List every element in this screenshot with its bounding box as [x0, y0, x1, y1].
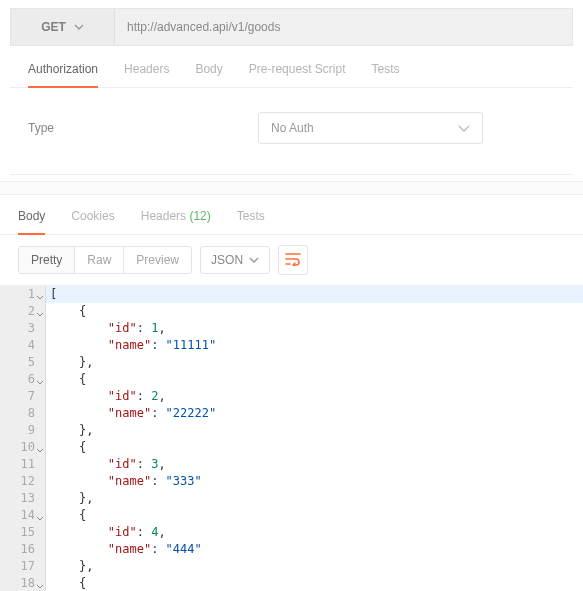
chevron-down-icon — [458, 125, 470, 132]
code-line[interactable]: 9 }, — [0, 422, 583, 439]
code-line[interactable]: 14 { — [0, 507, 583, 524]
view-pretty-button[interactable]: Pretty — [19, 247, 75, 273]
line-number: 14 — [0, 507, 46, 524]
tab-response-tests[interactable]: Tests — [237, 209, 265, 234]
view-mode-group: Pretty Raw Preview — [18, 246, 192, 274]
line-number: 2 — [0, 303, 46, 320]
code-line[interactable]: 1[ — [0, 286, 583, 303]
chevron-down-icon — [249, 257, 259, 263]
line-number: 9 — [0, 422, 46, 439]
response-toolbar: Pretty Raw Preview JSON — [0, 235, 583, 285]
code-line[interactable]: 17 }, — [0, 558, 583, 575]
chevron-down-icon — [74, 24, 84, 30]
line-content: "id": 2, — [46, 388, 166, 405]
request-url-input[interactable] — [115, 9, 572, 45]
tab-headers[interactable]: Headers — [124, 62, 169, 87]
view-raw-button[interactable]: Raw — [75, 247, 124, 273]
code-line[interactable]: 3 "id": 1, — [0, 320, 583, 337]
code-line[interactable]: 18 { — [0, 575, 583, 591]
tab-pre-request-script[interactable]: Pre-request Script — [249, 62, 346, 87]
request-bar: GET — [10, 8, 573, 46]
line-content: }, — [46, 354, 93, 371]
line-content: "name": "444" — [46, 541, 202, 558]
code-line[interactable]: 8 "name": "22222" — [0, 405, 583, 422]
line-content: { — [46, 439, 86, 456]
line-number: 5 — [0, 354, 46, 371]
line-content: { — [46, 371, 86, 388]
line-content: "id": 3, — [46, 456, 166, 473]
line-number: 7 — [0, 388, 46, 405]
wrap-lines-button[interactable] — [278, 245, 308, 275]
tab-response-headers[interactable]: Headers (12) — [141, 209, 211, 234]
code-line[interactable]: 10 { — [0, 439, 583, 456]
line-content: "id": 1, — [46, 320, 166, 337]
wrap-icon — [285, 252, 301, 269]
code-line[interactable]: 5 }, — [0, 354, 583, 371]
tab-tests[interactable]: Tests — [371, 62, 399, 87]
line-number: 15 — [0, 524, 46, 541]
line-number: 8 — [0, 405, 46, 422]
tab-authorization[interactable]: Authorization — [28, 62, 98, 88]
line-content: [ — [46, 286, 583, 303]
auth-type-label: Type — [28, 121, 258, 135]
line-number: 3 — [0, 320, 46, 337]
line-number: 1 — [0, 286, 46, 303]
code-line[interactable]: 7 "id": 2, — [0, 388, 583, 405]
tab-response-cookies[interactable]: Cookies — [71, 209, 114, 234]
line-number: 12 — [0, 473, 46, 490]
response-body-editor[interactable]: 1[2 {3 "id": 1,4 "name": "11111"5 },6 {7… — [0, 285, 583, 591]
response-headers-count: (12) — [189, 209, 210, 223]
response-format-label: JSON — [211, 253, 243, 267]
http-method-label: GET — [41, 20, 66, 34]
line-content: }, — [46, 422, 93, 439]
line-number: 18 — [0, 575, 46, 591]
line-content: "name": "333" — [46, 473, 202, 490]
response-format-select[interactable]: JSON — [200, 246, 270, 274]
http-method-select[interactable]: GET — [11, 9, 115, 45]
tab-body[interactable]: Body — [195, 62, 222, 87]
line-number: 13 — [0, 490, 46, 507]
line-number: 10 — [0, 439, 46, 456]
line-content: }, — [46, 558, 93, 575]
section-divider — [0, 181, 583, 195]
view-preview-button[interactable]: Preview — [124, 247, 191, 273]
line-number: 6 — [0, 371, 46, 388]
code-line[interactable]: 4 "name": "11111" — [0, 337, 583, 354]
code-line[interactable]: 15 "id": 4, — [0, 524, 583, 541]
line-content: "name": "22222" — [46, 405, 216, 422]
request-tabs: Authorization Headers Body Pre-request S… — [10, 46, 573, 88]
line-content: "name": "11111" — [46, 337, 216, 354]
line-number: 17 — [0, 558, 46, 575]
line-number: 11 — [0, 456, 46, 473]
line-content: { — [46, 575, 86, 591]
code-line[interactable]: 16 "name": "444" — [0, 541, 583, 558]
line-content: { — [46, 507, 86, 524]
line-number: 4 — [0, 337, 46, 354]
line-content: }, — [46, 490, 93, 507]
code-line[interactable]: 13 }, — [0, 490, 583, 507]
code-line[interactable]: 12 "name": "333" — [0, 473, 583, 490]
code-line[interactable]: 11 "id": 3, — [0, 456, 583, 473]
tab-response-body[interactable]: Body — [18, 209, 45, 235]
code-line[interactable]: 2 { — [0, 303, 583, 320]
response-headers-label: Headers — [141, 209, 186, 223]
code-line[interactable]: 6 { — [0, 371, 583, 388]
authorization-panel: Type No Auth — [10, 88, 573, 175]
line-content: "id": 4, — [46, 524, 166, 541]
response-tabs: Body Cookies Headers (12) Tests — [0, 195, 583, 235]
line-content: { — [46, 303, 86, 320]
line-number: 16 — [0, 541, 46, 558]
auth-type-select[interactable]: No Auth — [258, 112, 483, 144]
auth-type-value: No Auth — [271, 121, 314, 135]
